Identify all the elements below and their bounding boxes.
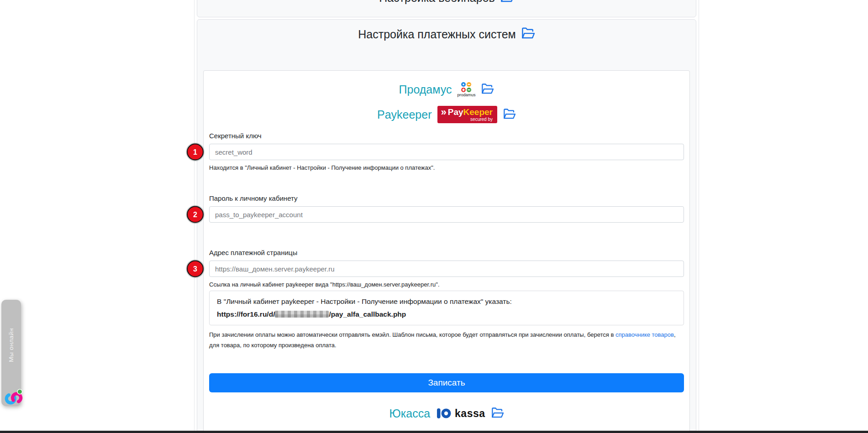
secret-key-label: Секретный ключ bbox=[209, 132, 684, 140]
open-folder-icon[interactable] bbox=[503, 108, 516, 121]
main-content-column: Настройка вебинаров Настройка платежных … bbox=[194, 0, 699, 433]
yookassa-link[interactable]: Юкасса bbox=[389, 407, 430, 420]
yookassa-logo: kassa bbox=[436, 406, 485, 421]
callback-info-box: В "Личный кабинет paykeeper - Настройки … bbox=[209, 291, 684, 325]
chat-service-logo-icon[interactable] bbox=[4, 387, 23, 408]
screen: Настройка вебинаров Настройка платежных … bbox=[0, 0, 868, 433]
webinars-settings-card: Настройка вебинаров bbox=[197, 0, 696, 17]
field-payment-page-url: Адрес платежной страницы 3 Ссылка на лич… bbox=[209, 249, 684, 288]
secret-key-input[interactable] bbox=[209, 144, 684, 160]
callback-instruction: В "Личный кабинет paykeeper - Настройки … bbox=[217, 295, 676, 308]
account-password-input[interactable] bbox=[209, 206, 684, 223]
payments-title-text: Настройка платежных систем bbox=[358, 28, 516, 41]
webinars-card-title: Настройка вебинаров bbox=[197, 0, 696, 5]
payment-page-url-input[interactable] bbox=[209, 261, 684, 277]
payments-settings-card: Настройка платежных систем Продамус bbox=[197, 19, 696, 433]
field-account-password: Пароль к личному кабинету 2 bbox=[209, 194, 684, 223]
email-note-text-before: При зачислении оплаты можно автоматическ… bbox=[209, 331, 615, 338]
step-badge-3: 3 bbox=[187, 261, 204, 277]
paykeeper-logo-keeper: Keeper bbox=[463, 107, 493, 117]
payments-card-title: Настройка платежных систем bbox=[197, 27, 696, 42]
open-folder-icon[interactable] bbox=[481, 83, 494, 96]
open-folder-icon[interactable] bbox=[521, 27, 535, 42]
open-folder-icon[interactable] bbox=[491, 407, 504, 420]
prodamus-link[interactable]: Продамус bbox=[399, 83, 452, 96]
field-secret-key: Секретный ключ 1 Находится в "Личный каб… bbox=[209, 132, 684, 171]
yookassa-logo-caption: kassa bbox=[455, 407, 485, 420]
callback-url-suffix: /pay_alfa_callback.php bbox=[329, 310, 406, 318]
online-chat-label: Мы онлайн bbox=[8, 328, 15, 362]
step-badge-1: 1 bbox=[187, 144, 204, 161]
callback-url: https://for16.ru/d//pay_alfa_callback.ph… bbox=[217, 308, 676, 321]
prodamus-row: Продамус prodamus bbox=[209, 78, 684, 101]
account-password-label: Пароль к личному кабинету bbox=[209, 194, 684, 202]
paykeeper-logo-pay: Pay bbox=[448, 107, 463, 117]
paykeeper-form: Секретный ключ 1 Находится в "Личный каб… bbox=[209, 132, 684, 423]
payment-page-url-label: Адрес платежной страницы bbox=[209, 249, 684, 256]
save-button[interactable]: Записать bbox=[209, 373, 684, 392]
bottom-edge-strip bbox=[0, 431, 868, 433]
product-catalog-link[interactable]: справочнике товаров bbox=[615, 331, 674, 338]
email-template-note: При зачислении оплаты можно автоматическ… bbox=[209, 330, 684, 351]
prodamus-logo-caption: prodamus bbox=[457, 93, 475, 97]
paykeeper-row: Paykeeper » PayKeeper secured by bbox=[209, 104, 684, 125]
webinars-title-text: Настройка вебинаров bbox=[379, 0, 495, 5]
secret-key-help: Находится в "Личный кабинет - Настройки … bbox=[209, 164, 684, 171]
paykeeper-secured-by: secured by bbox=[470, 117, 493, 122]
paykeeper-chevron-icon: » bbox=[441, 108, 446, 116]
step-badge-2: 2 bbox=[187, 206, 204, 223]
yookassa-row: Юкасса kassa bbox=[209, 403, 684, 423]
payment-page-url-help: Ссылка на личный кабинет paykeeper вида … bbox=[209, 281, 684, 288]
callback-url-prefix: https://for16.ru/d/ bbox=[217, 310, 275, 318]
prodamus-logo: prodamus bbox=[457, 82, 475, 97]
paykeeper-form-card: Продамус prodamus bbox=[203, 70, 690, 433]
open-folder-icon[interactable] bbox=[500, 0, 514, 5]
redacted-account-id bbox=[275, 311, 329, 318]
paykeeper-logo: » PayKeeper secured by bbox=[437, 106, 497, 123]
paykeeper-link[interactable]: Paykeeper bbox=[377, 108, 432, 121]
